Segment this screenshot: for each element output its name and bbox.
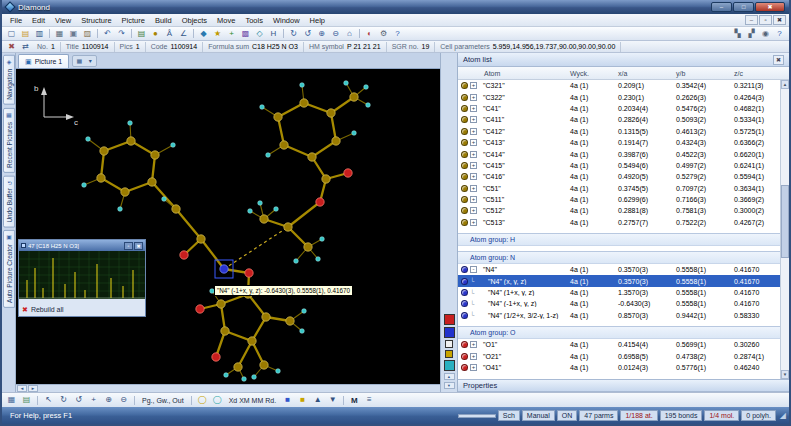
menu-item-view[interactable]: View	[50, 16, 76, 25]
matrix-modes-label[interactable]: Xd XM MM Rd.	[226, 397, 279, 404]
maximize-button[interactable]: □	[733, 2, 754, 12]
rotate-icon[interactable]: ↻	[287, 28, 300, 40]
swatch-spin-up[interactable]: ▴	[444, 373, 455, 380]
expander-icon[interactable]: +	[470, 116, 477, 123]
scrollbar-up-button[interactable]: ▲	[781, 80, 789, 89]
screenshot-icon[interactable]: ◉	[759, 28, 772, 40]
atom-row[interactable]: +"C511"4a (1)0.6299(6)0.7166(3)0.3669(2)	[458, 194, 780, 205]
blue-swatch-icon[interactable]: ■	[281, 394, 294, 406]
structure-view-canvas[interactable]: b c	[16, 69, 440, 384]
close-button[interactable]: ✖	[755, 2, 785, 12]
m-mode-label[interactable]: M	[348, 396, 361, 405]
column-header-yb[interactable]: y/b	[674, 70, 732, 77]
inset-close-button[interactable]: ✖	[134, 242, 143, 250]
mdi-minimize-button[interactable]: –	[745, 15, 758, 25]
atom-row[interactable]: +"C51"4a (1)0.3745(5)0.7097(2)0.3634(1)	[458, 183, 780, 194]
expander-icon[interactable]: +	[470, 105, 477, 112]
select-mode-icon[interactable]: ↖	[42, 394, 55, 406]
scroll-left-button[interactable]: ◄	[17, 385, 27, 392]
toolbar-menu-icon[interactable]: ≡	[363, 394, 376, 406]
yellow-ring-icon[interactable]: ◯	[196, 394, 209, 406]
scrollbar-track[interactable]	[781, 89, 789, 370]
atom-table-icon[interactable]: ●	[149, 28, 162, 40]
menu-item-objects[interactable]: Objects	[177, 16, 212, 25]
expander-icon[interactable]: +	[470, 82, 477, 89]
rotate-mode-icon[interactable]: ↻	[57, 394, 70, 406]
blue-color-swatch[interactable]	[444, 327, 455, 338]
expander-icon[interactable]: +	[470, 162, 477, 169]
expander-icon[interactable]: +	[470, 151, 477, 158]
expander-icon[interactable]: +	[470, 219, 477, 226]
help-icon[interactable]: ?	[391, 28, 404, 40]
fill-cell-icon[interactable]: ▩	[239, 28, 252, 40]
data-sheet-icon[interactable]: ▤	[135, 28, 148, 40]
expander-icon[interactable]: +	[470, 353, 477, 360]
tracking-modes-label[interactable]: Pg., Gw., Out	[139, 397, 187, 404]
carbon-atoms[interactable]	[97, 93, 358, 371]
expander-icon[interactable]: +	[470, 207, 477, 214]
expander-icon[interactable]: -	[470, 266, 477, 273]
graph-view-icon[interactable]: ▤	[20, 394, 33, 406]
scrollbar-thumb[interactable]	[781, 185, 789, 258]
tab-options-button[interactable]: ▦▾	[72, 55, 97, 67]
white-color-swatch[interactable]	[445, 340, 453, 348]
cyan-color-swatch[interactable]	[444, 360, 455, 371]
side-tab-recent-pictures[interactable]: Recent Pictures▦	[3, 108, 15, 173]
atom-row[interactable]: +"C412"4a (1)0.1315(5)0.4613(2)0.5725(1)	[458, 126, 780, 137]
resize-grip[interactable]: ◢	[778, 411, 786, 420]
atom-row[interactable]: └"N4" (x, y, z)4a (1)0.3570(3)0.5558(1)0…	[458, 275, 780, 286]
table-view-icon[interactable]: ▦	[5, 394, 18, 406]
color-icon[interactable]: ◐	[363, 28, 376, 40]
atom-row[interactable]: └"N4" (-1+x, y, z)4a (1)-0.6430(3)0.5558…	[458, 298, 780, 309]
expander-icon[interactable]: +	[470, 341, 477, 348]
side-tab-undo-buffer[interactable]: Undo Buffer↺	[3, 176, 15, 228]
hydrogen-atoms[interactable]	[82, 81, 371, 382]
column-header-xa[interactable]: x/a	[616, 70, 674, 77]
atom-list-close-button[interactable]: ✖	[773, 55, 784, 65]
auto-picture-creator-inset[interactable]: 47 [C18 H25 N O3] ▫✖ ✖	[18, 239, 146, 317]
expander-icon[interactable]: +	[470, 185, 477, 192]
scroll-right-button[interactable]: ►	[28, 385, 38, 392]
zoom-out-icon[interactable]: ⊖	[329, 28, 342, 40]
rotate-back-icon[interactable]: ↺	[301, 28, 314, 40]
atom-row[interactable]: +"C512"4a (1)0.2881(8)0.7581(3)0.3000(2)	[458, 205, 780, 216]
menu-item-file[interactable]: File	[5, 16, 27, 25]
menu-item-picture[interactable]: Picture	[117, 16, 150, 25]
new-picture-icon[interactable]: ◆	[197, 28, 210, 40]
red-color-swatch[interactable]	[444, 314, 455, 325]
open-folder-icon[interactable]: ▤	[19, 28, 32, 40]
settings-icon[interactable]: ⚙	[377, 28, 390, 40]
inset-restore-button[interactable]: ▫	[124, 242, 133, 250]
window-cascade-icon[interactable]: ▞	[745, 28, 758, 40]
tab-picture-1[interactable]: ▣ Picture 1	[18, 54, 69, 68]
menu-item-tools[interactable]: Tools	[240, 16, 268, 25]
hydrogen-icon[interactable]: H	[267, 28, 280, 40]
menu-item-edit[interactable]: Edit	[27, 16, 50, 25]
close-info-icon[interactable]: ✖	[5, 41, 18, 53]
menu-item-window[interactable]: Window	[268, 16, 305, 25]
atom-list-scrollbar[interactable]: ▲ ▼	[780, 80, 789, 379]
home-view-icon[interactable]: ⌂	[343, 28, 356, 40]
atom-row[interactable]: +"C321"4a (1)0.209(1)0.3542(4)0.3211(3)	[458, 80, 780, 91]
zoom-out-mode-icon[interactable]: ⊖	[117, 394, 130, 406]
zoom-in-mode-icon[interactable]: ⊕	[102, 394, 115, 406]
add-atoms-icon[interactable]: +	[225, 28, 238, 40]
expander-icon[interactable]: +	[470, 94, 477, 101]
atom-row[interactable]: +"C322"4a (1)0.230(1)0.2626(3)0.4264(3)	[458, 91, 780, 102]
navigate-records-icon[interactable]: ⇄	[19, 41, 32, 53]
undo-icon[interactable]: ↶	[101, 28, 114, 40]
about-icon[interactable]: ?	[773, 28, 786, 40]
tab-menu-icon[interactable]: ▾	[85, 56, 95, 66]
atom-row[interactable]: +"C413"4a (1)0.1914(7)0.4324(3)0.6366(2)	[458, 137, 780, 148]
atom-row[interactable]: +"C411"4a (1)0.2826(4)0.5093(2)0.5334(1)	[458, 114, 780, 125]
spin-down-icon[interactable]: ▼	[326, 394, 339, 406]
copy-icon[interactable]: ▣	[67, 28, 80, 40]
cyan-ring-icon[interactable]: ◯	[211, 394, 224, 406]
properties-bar[interactable]: Properties	[458, 379, 789, 392]
yellow-swatch-icon[interactable]: ■	[296, 394, 309, 406]
zoom-in-icon[interactable]: ⊕	[315, 28, 328, 40]
minimize-button[interactable]: –	[711, 2, 732, 12]
atom-list-header[interactable]: Atom list ✖	[458, 53, 789, 67]
mdi-restore-button[interactable]: ▫	[759, 15, 772, 25]
atom-row[interactable]: +"C513"4a (1)0.2757(7)0.7522(2)0.4267(2)	[458, 217, 780, 228]
